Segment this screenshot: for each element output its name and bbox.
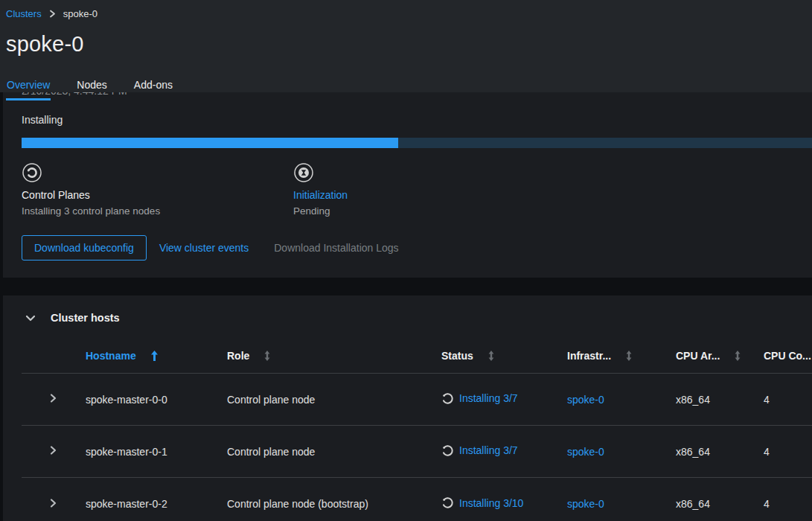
cpu-arch-cell: x86_64 [676, 498, 764, 510]
spinner-icon [441, 496, 454, 509]
installation-status-label: Installing [22, 114, 812, 126]
view-cluster-events-link[interactable]: View cluster events [159, 242, 249, 254]
cpu-cores-column-label: CPU Co... [764, 350, 811, 362]
initialization-card: Initialization Pending [293, 162, 565, 217]
spinner-icon [441, 444, 454, 457]
hostname-cell: spoke-master-0-0 [86, 394, 227, 406]
role-cell: Control plane node (bootstrap) [227, 498, 441, 510]
status-cell: Installing 3/10 [441, 496, 523, 509]
sort-both-icon [734, 351, 741, 361]
role-cell: Control plane node [227, 446, 441, 458]
control-planes-subtitle: Installing 3 control plane nodes [22, 205, 293, 217]
infrastructure-link[interactable]: spoke-0 [567, 394, 604, 406]
row-expand-chevron-icon[interactable] [50, 393, 57, 403]
control-planes-title: Control Planes [22, 189, 293, 201]
cpu-arch-cell: x86_64 [676, 394, 764, 406]
cluster-hosts-panel: Cluster hosts Hostname Role [3, 295, 812, 521]
host-status-link[interactable]: Installing 3/7 [459, 444, 518, 456]
sort-header-status[interactable]: Status [441, 350, 495, 362]
sort-ascending-icon [150, 351, 159, 361]
role-column-label: Role [227, 350, 249, 362]
infrastructure-link[interactable]: spoke-0 [567, 498, 604, 510]
sort-both-icon [263, 351, 271, 361]
panel-gap [3, 278, 812, 295]
page-header: Clusters spoke-0 spoke-0 Overview Nodes … [0, 0, 812, 92]
sort-both-icon [625, 351, 633, 361]
download-kubeconfig-button[interactable]: Download kubeconfig [22, 235, 147, 260]
cpu-cores-cell: 4 [764, 446, 812, 458]
chevron-down-icon [25, 315, 36, 322]
status-cell: Installing 3/7 [441, 392, 518, 405]
download-installation-logs-button: Download Installation Logs [274, 242, 398, 254]
table-header-row: Hostname Role [22, 339, 812, 374]
status-cards: Control Planes Installing 3 control plan… [22, 162, 812, 217]
tab-overview[interactable]: Overview [6, 72, 51, 100]
spinner-icon [441, 392, 454, 405]
infrastructure-column-label: Infrastr... [567, 350, 611, 362]
sort-header-cpu-cores[interactable]: CPU Co... [764, 350, 811, 362]
host-status-link[interactable]: Installing 3/10 [459, 497, 523, 509]
hostname-cell: spoke-master-0-2 [86, 498, 227, 510]
status-column-label: Status [441, 350, 473, 362]
sort-header-infrastructure[interactable]: Infrastr... [567, 350, 633, 362]
cpu-arch-cell: x86_64 [676, 446, 764, 458]
table-row: spoke-master-0-1 Control plane node Inst… [22, 426, 812, 478]
cluster-hosts-table: Hostname Role [22, 339, 812, 521]
sort-header-role[interactable]: Role [227, 350, 271, 362]
overview-actions: Download kubeconfig View cluster events … [22, 235, 812, 260]
sort-header-hostname[interactable]: Hostname [86, 350, 159, 362]
initialization-subtitle: Pending [293, 205, 565, 217]
tab-bar: Overview Nodes Add-ons [6, 72, 812, 100]
breadcrumb-chevron-icon [49, 10, 56, 18]
cluster-hosts-expand-toggle[interactable]: Cluster hosts [3, 312, 812, 324]
tab-add-ons[interactable]: Add-ons [133, 72, 173, 100]
hostname-column-label: Hostname [86, 350, 136, 362]
breadcrumb-clusters-link[interactable]: Clusters [6, 8, 42, 19]
host-status-link[interactable]: Installing 3/7 [459, 392, 518, 404]
cluster-overview-panel: 2/10/2023, 4:44:12 PM Installing Control… [3, 92, 812, 278]
cluster-hosts-title: Cluster hosts [51, 312, 120, 324]
table-row: spoke-master-0-0 Control plane node Inst… [22, 374, 812, 426]
installation-progress-bar [22, 138, 812, 148]
in-progress-icon [22, 162, 293, 183]
sort-header-cpu-arch[interactable]: CPU Ar... [676, 350, 741, 362]
role-cell: Control plane node [227, 394, 441, 406]
cpu-arch-column-label: CPU Ar... [676, 350, 720, 362]
sort-both-icon [487, 351, 495, 361]
cpu-cores-cell: 4 [764, 394, 812, 406]
row-expand-chevron-icon[interactable] [50, 445, 57, 456]
initialization-link[interactable]: Initialization [293, 189, 348, 201]
tab-nodes[interactable]: Nodes [76, 72, 107, 100]
infrastructure-link[interactable]: spoke-0 [567, 446, 604, 458]
pending-icon [293, 162, 565, 183]
control-planes-card: Control Planes Installing 3 control plan… [22, 162, 293, 217]
installation-progress-fill [22, 138, 398, 148]
row-expand-chevron-icon[interactable] [50, 498, 57, 508]
cpu-cores-cell: 4 [764, 498, 812, 510]
page-title: spoke-0 [6, 32, 812, 57]
breadcrumb: Clusters spoke-0 [6, 0, 812, 19]
table-row: spoke-master-0-2 Control plane node (boo… [22, 478, 812, 521]
hostname-cell: spoke-master-0-1 [86, 446, 227, 458]
breadcrumb-current: spoke-0 [63, 8, 97, 19]
status-cell: Installing 3/7 [441, 444, 518, 457]
